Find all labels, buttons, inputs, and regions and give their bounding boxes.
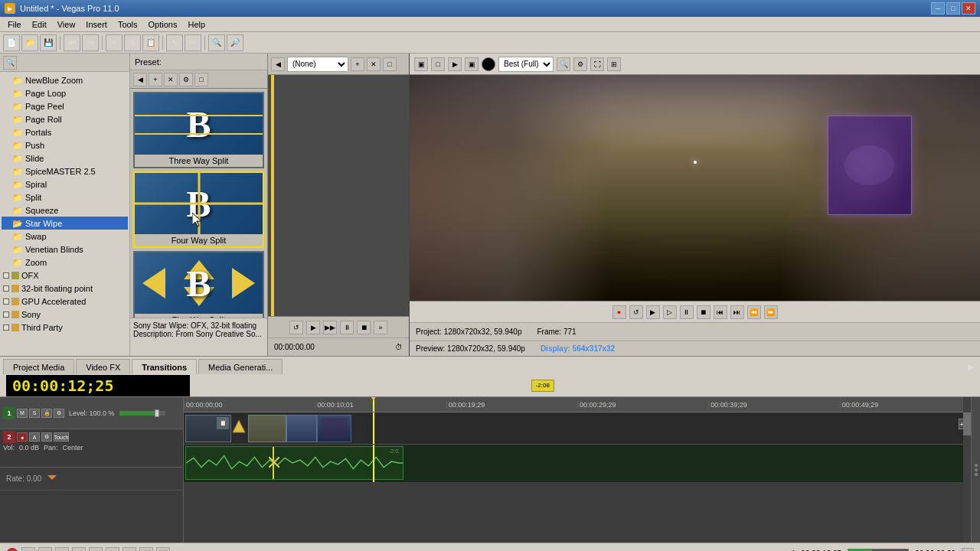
preset-delete-button[interactable]: ✕ <box>164 73 178 86</box>
menu-file[interactable]: File <box>3 18 26 31</box>
transition-time-icon[interactable]: ⏱ <box>395 343 403 351</box>
transport-start-btn[interactable]: ⏭ <box>730 305 744 319</box>
preview-fullscreen-btn[interactable]: ⛶ <box>590 57 604 71</box>
open-button[interactable]: 📁 <box>21 34 38 51</box>
menu-options[interactable]: Options <box>144 18 182 31</box>
preview-zoom-btn[interactable]: 🔍 <box>557 57 570 71</box>
transition-expand-btn[interactable]: □ <box>383 57 397 71</box>
transition-nav-back[interactable]: ◀ <box>271 57 285 71</box>
tree-item-squeeze[interactable]: 📁 Squeeze <box>2 204 128 217</box>
track-1-lock[interactable]: 🔒 <box>41 409 52 418</box>
video-clip-4[interactable] <box>317 415 351 442</box>
bottom-loop-btn[interactable]: ↺ <box>21 547 35 552</box>
tree-item-venetian[interactable]: 📁 Venetian Blinds <box>2 243 128 256</box>
bottom-rew-btn[interactable]: ⏪ <box>139 547 153 552</box>
bottom-next-btn[interactable]: ⏭ <box>122 547 136 552</box>
preset-expand-button[interactable]: □ <box>194 73 208 86</box>
menu-help[interactable]: Help <box>183 18 210 31</box>
preview-bar-icon[interactable]: ▣ <box>414 57 428 71</box>
transport-ff-btn[interactable]: ⏩ <box>764 305 778 319</box>
track-2-arm[interactable]: A <box>29 432 40 442</box>
transport-play-btn[interactable]: ▶ <box>646 305 660 319</box>
bottom-pause-btn[interactable]: ⏸ <box>72 547 86 552</box>
bottom-play-btn[interactable]: ▶ <box>38 547 52 552</box>
timeline-vscroll-thumb[interactable] <box>963 412 971 435</box>
tree-item-page-roll[interactable]: 📁 Page Roll <box>2 112 128 126</box>
save-button[interactable]: 💾 <box>40 34 57 51</box>
search-icon[interactable]: 🔍 <box>3 56 17 70</box>
track-1-level-slider[interactable] <box>119 411 165 416</box>
preset-item-three-way-split[interactable]: B Three Way Split <box>133 92 264 168</box>
tree-item-portals[interactable]: 📁 Portals <box>2 126 128 139</box>
tree-item-zoom[interactable]: 📁 Zoom <box>2 256 128 269</box>
preview-play-loop-btn[interactable]: ▶▶ <box>323 321 337 334</box>
preview-undock-btn[interactable]: ⊞ <box>607 57 621 71</box>
close-button[interactable]: ✕ <box>962 2 975 15</box>
preset-settings-button[interactable]: ⚙ <box>179 73 193 86</box>
track-1-mute[interactable]: M <box>17 409 28 418</box>
bottom-stop-btn[interactable]: ⏹ <box>89 547 103 552</box>
copy-button[interactable]: ⎘ <box>124 34 141 51</box>
track-1-level-thumb[interactable] <box>155 409 159 417</box>
zoom-in-button[interactable]: 🔍 <box>208 34 225 51</box>
tab-video-fx[interactable]: Video FX <box>76 359 130 374</box>
tree-item-spiral[interactable]: 📁 Spiral <box>2 178 128 191</box>
preview-pause-btn[interactable]: ⏸ <box>340 321 354 334</box>
preview-mode-icon[interactable] <box>482 57 495 71</box>
tab-project-media[interactable]: Project Media <box>3 359 74 374</box>
transport-prev-btn[interactable]: ⏮ <box>714 305 727 319</box>
quality-dropdown[interactable]: Best (Full) <box>498 57 554 72</box>
tab-transitions[interactable]: Transitions <box>132 359 197 374</box>
zoom-out-button[interactable]: 🔎 <box>227 34 243 51</box>
tree-item-ofx[interactable]: OFX <box>2 269 128 282</box>
preset-add-button[interactable]: + <box>149 73 162 86</box>
tree-item-slide[interactable]: 📁 Slide <box>2 152 128 165</box>
tree-item-sony[interactable]: Sony <box>2 308 128 321</box>
cut-button[interactable]: ✂ <box>106 34 122 51</box>
video-clip-3[interactable] <box>286 415 317 442</box>
menu-edit[interactable]: Edit <box>28 18 51 31</box>
menu-tools[interactable]: Tools <box>113 18 142 31</box>
tree-item-star-wipe[interactable]: 📂 Star Wipe <box>2 217 128 230</box>
preview-play-btn[interactable]: ▶ <box>306 321 320 334</box>
track-1-solo[interactable]: S <box>29 409 40 418</box>
tree-item-page-peel[interactable]: 📁 Page Peel <box>2 99 128 112</box>
maximize-button[interactable]: □ <box>946 2 960 15</box>
transport-record-btn[interactable]: ● <box>612 305 626 319</box>
preview-more-btn[interactable]: » <box>374 321 387 334</box>
preview-bar-btn2[interactable]: □ <box>431 57 445 71</box>
tree-item-float[interactable]: 32-bit floating point <box>2 282 128 295</box>
tree-item-third-party[interactable]: Third Party <box>2 321 128 334</box>
bottom-ff-btn[interactable]: ⏩ <box>156 547 170 552</box>
redo-button[interactable]: ↪ <box>82 34 99 51</box>
select-button[interactable]: ↖ <box>166 34 183 51</box>
track-2-settings[interactable]: ⚙ <box>41 432 52 442</box>
tab-scroll-right[interactable]: ▶ <box>965 359 977 374</box>
transport-pause-btn[interactable]: ⏸ <box>680 305 694 319</box>
paste-button[interactable]: 📋 <box>142 34 159 51</box>
preview-stop-btn[interactable]: ⏹ <box>357 321 371 334</box>
timeline-right-handle[interactable] <box>971 397 980 543</box>
transport-play2-btn[interactable]: ▷ <box>663 305 677 319</box>
bottom-prev-btn[interactable]: ⏮ <box>106 547 119 552</box>
video-clip-2[interactable] <box>248 415 286 442</box>
menu-insert[interactable]: Insert <box>81 18 112 31</box>
track-1-settings[interactable]: ⚙ <box>54 409 64 418</box>
tree-item-push[interactable]: 📁 Push <box>2 139 128 152</box>
tree-item-page-loop[interactable]: 📁 Page Loop <box>2 86 128 99</box>
minimize-button[interactable]: ─ <box>931 2 945 15</box>
transition-del-btn[interactable]: ✕ <box>367 57 381 71</box>
timeline-vscroll[interactable] <box>963 397 971 543</box>
bottom-record-btn[interactable]: ● <box>6 548 18 552</box>
video-clip-1[interactable]: 📋 <box>185 415 231 442</box>
preview-bar-btn4[interactable]: ▣ <box>465 57 479 71</box>
edit-button[interactable]: ✏ <box>185 34 201 51</box>
track-2-mute[interactable]: ● <box>17 432 28 442</box>
preset-item-five-way-split[interactable]: B Five Way Split <box>133 251 264 318</box>
tree-item-gpu[interactable]: GPU Accelerated <box>2 295 128 308</box>
audio-clip-1[interactable]: -2:0. <box>185 446 403 480</box>
preview-settings-btn[interactable]: ⚙ <box>573 57 587 71</box>
tree-item-swap[interactable]: 📁 Swap <box>2 230 128 243</box>
transition-add-btn[interactable]: + <box>351 57 364 71</box>
preview-bar-btn3[interactable]: ▶ <box>448 57 462 71</box>
